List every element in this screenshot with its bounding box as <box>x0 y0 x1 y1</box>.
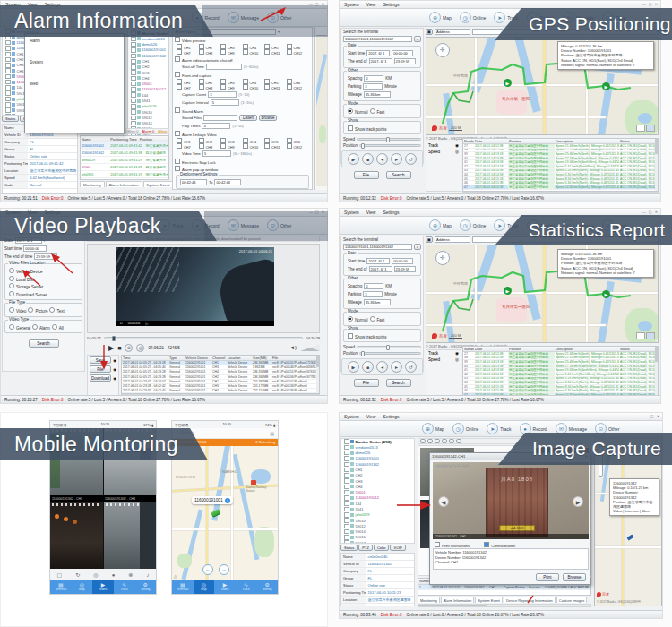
video-type-radio[interactable]: Alarm <box>32 324 50 331</box>
menu-item[interactable]: View <box>366 2 376 7</box>
left-tab[interactable]: Status <box>340 545 358 551</box>
control-icon[interactable]: ⊗ <box>128 571 133 578</box>
start-time-input[interactable]: 00:00:00 <box>392 258 413 264</box>
terminal-combo[interactable]: 116000191001,116000191342 <box>343 36 412 42</box>
bottom-tab[interactable]: Monitoring <box>80 181 105 187</box>
column-header[interactable]: Description <box>555 140 619 143</box>
monitor-count[interactable]: Offline:0 <box>125 129 139 133</box>
locate-icon[interactable]: ▣ <box>426 236 433 243</box>
speed-tab[interactable]: Speed <box>428 150 440 154</box>
sound-file-select[interactable] <box>203 115 237 121</box>
shutoff-time-input[interactable] <box>206 64 242 70</box>
popup-checkbox[interactable]: Alarm pop-up window <box>175 166 218 172</box>
video-preview-checkbox[interactable]: Video preview <box>175 37 205 43</box>
address-select[interactable]: Address <box>435 29 470 35</box>
phone-tab[interactable]: ▤Terminal <box>50 580 72 594</box>
channel-checkbox[interactable]: CH12 <box>287 49 309 56</box>
menu-item[interactable]: Settings <box>383 414 399 419</box>
column-header[interactable]: Status <box>619 348 657 351</box>
location-radio[interactable]: Download Server <box>9 291 47 297</box>
play-button[interactable]: ▶ <box>348 153 359 165</box>
start-time-input[interactable]: 00:00:00 <box>392 50 413 56</box>
channel-checkbox[interactable]: CH7 <box>177 143 199 150</box>
replay-button[interactable]: ↺ <box>405 153 417 165</box>
end-date-input[interactable]: 2017- 6/ 1 <box>369 266 392 272</box>
column-header[interactable]: Number <box>463 140 474 143</box>
info-icon[interactable]: i <box>225 498 230 503</box>
print-instructions-checkbox[interactable]: Print Instructions <box>435 542 470 548</box>
map-type-toggle[interactable] <box>636 332 655 339</box>
table-row[interactable]: 1 2017-06-01 10:12:52 116000191342 CH1 C… <box>418 585 590 590</box>
channel-checkbox[interactable]: CH10 <box>243 84 265 90</box>
h-scrollbar[interactable] <box>418 604 591 607</box>
browse-button[interactable]: Browse <box>563 573 586 581</box>
mileage-input[interactable]: 35.36 km <box>364 91 391 98</box>
mode-fast-radio[interactable]: Fast <box>370 316 385 322</box>
column-header[interactable]: Location <box>227 356 252 360</box>
column-header[interactable]: Position <box>508 348 555 351</box>
column-header[interactable]: Status <box>619 140 657 143</box>
volume-wedge[interactable] <box>300 344 320 351</box>
bottom-tab[interactable]: System Event <box>143 181 174 187</box>
column-header[interactable]: Size(MB) <box>252 356 271 360</box>
channel-checkbox[interactable]: CH9 <box>220 49 243 56</box>
replay-button[interactable]: ↺ <box>405 361 417 373</box>
search-button[interactable]: Search <box>386 171 411 179</box>
window-controls[interactable]: — ▢ ✕ <box>642 2 659 6</box>
slower-button[interactable]: ◄ <box>376 361 388 373</box>
seek-slider[interactable] <box>104 337 304 339</box>
video-type-radio[interactable]: General <box>9 324 30 331</box>
table-row[interactable]: jxh0905 2017-06-01 09:41:19 浙江省嘉兴市南湖区 <box>81 171 168 178</box>
phone-tab[interactable]: ▶Video <box>214 580 236 594</box>
column-header[interactable]: Description <box>555 348 619 351</box>
control-icon[interactable]: ♪ <box>146 572 149 578</box>
end-time-input[interactable]: 23:59:59 <box>394 58 416 64</box>
video-cell-ch3[interactable] <box>50 502 103 570</box>
scrollbar[interactable] <box>655 139 658 191</box>
vehicle-marker[interactable]: ▶ <box>602 290 610 298</box>
bottom-tab[interactable]: Alarm Information <box>441 597 475 603</box>
video-time-input[interactable]: 5 <box>202 150 231 157</box>
menu-item[interactable]: View <box>366 210 376 215</box>
capture-checkbox[interactable]: Front-end capture <box>175 72 211 78</box>
menu-item[interactable]: System <box>344 210 359 215</box>
track-point-marker[interactable]: ▶ <box>504 287 512 295</box>
channel-checkbox[interactable]: CH10 <box>243 143 265 150</box>
mode-fast-radio[interactable]: Fast <box>370 108 385 115</box>
position-slider[interactable] <box>359 144 421 147</box>
launcher-item[interactable] <box>59 66 90 80</box>
bottom-tab[interactable]: System Event <box>475 597 503 603</box>
print-button[interactable]: Print <box>536 573 559 581</box>
control-icon[interactable]: ● <box>112 572 116 578</box>
speed-tab[interactable]: Speed <box>428 357 440 362</box>
terminal-combo[interactable]: 116000191001,116000191342 <box>343 244 412 250</box>
menu-item[interactable]: System <box>344 2 359 7</box>
bottom-tab[interactable]: Monitoring <box>418 597 440 603</box>
control-button-checkbox[interactable]: Control Button <box>484 542 515 548</box>
scrollbar[interactable] <box>316 356 319 393</box>
end-time-input[interactable]: 23:59:59 <box>394 266 416 272</box>
parking-input[interactable]: 3 <box>363 83 383 90</box>
snapshot-button[interactable]: ◎ <box>136 344 144 352</box>
gps-map[interactable]: ▶ ▶ ✛ 嘉兴市第一医院 中环西路 Mileage: 0.41/5201.36… <box>426 245 659 343</box>
track-tab[interactable]: Track <box>428 143 438 148</box>
phone-tab[interactable]: ⚙Setting <box>256 580 278 594</box>
menu-item[interactable]: System <box>344 414 359 419</box>
toolbar-button[interactable]: ◷Online <box>452 423 478 434</box>
sound-alarm-checkbox[interactable]: Sound Alarm <box>175 107 203 114</box>
phone-tab[interactable]: ◎Map <box>72 580 93 594</box>
control-icon[interactable]: ↻ <box>75 571 80 578</box>
spacing-select[interactable]: 0 <box>364 75 383 82</box>
control-icon[interactable]: ▢ <box>57 571 63 578</box>
spacing-select[interactable]: 0 <box>364 283 383 289</box>
column-header[interactable]: Positioning Time <box>109 137 138 142</box>
channel-checkbox[interactable]: CH9 <box>220 143 243 150</box>
parking-input[interactable]: 3 <box>363 291 383 297</box>
listen-button[interactable]: Listen <box>239 115 257 121</box>
channel-checkbox[interactable]: CH7 <box>177 84 199 90</box>
phone-tab[interactable]: ◎Map <box>194 580 215 594</box>
start-date-input[interactable]: 2017- 6/ 1 <box>366 50 390 56</box>
monitor-tree-item[interactable]: 59017 <box>341 540 414 544</box>
table-row[interactable]: 47 2017-06-01 04:15:58 浙江省嘉兴市南湖区中环西路 Spe… <box>463 185 658 190</box>
left-tab[interactable]: Color <box>374 545 390 551</box>
